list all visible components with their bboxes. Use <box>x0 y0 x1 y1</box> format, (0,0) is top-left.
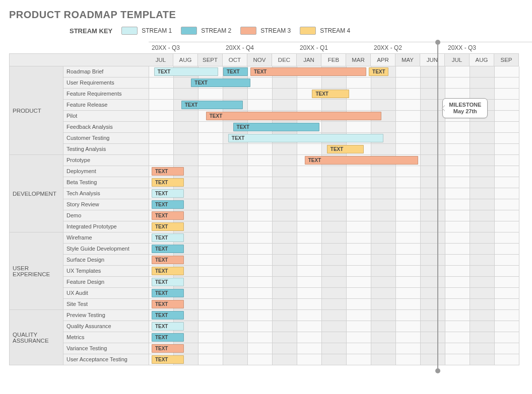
gantt-bar[interactable]: TEXT <box>152 278 184 286</box>
row-grid: TEXT <box>149 221 519 232</box>
gantt-bar[interactable]: TEXT <box>305 156 418 165</box>
row-grid: TEXT <box>149 166 519 177</box>
row-grid: TEXT <box>149 188 519 199</box>
row-label: Feature Requirements <box>63 89 149 100</box>
month-label: AUG <box>173 53 198 66</box>
gantt-bar[interactable]: TEXT <box>152 289 184 297</box>
month-label: AUG <box>470 53 494 66</box>
row-label: Beta Testing <box>63 177 149 188</box>
quarter-label: 20XX - Q3 <box>445 42 519 53</box>
gantt-bar[interactable]: TEXT <box>152 355 184 364</box>
row-grid: TEXT <box>149 255 519 266</box>
table-row: Feature DesignTEXT <box>63 277 532 288</box>
table-row: Style Guide DevelopmentTEXT <box>63 244 532 255</box>
legend-title: STREAM KEY <box>70 27 112 35</box>
group-label: USER EXPERIENCE <box>10 232 63 310</box>
table-row: Surface DesignTEXT <box>63 255 532 266</box>
gantt-bar[interactable]: TEXT <box>152 222 184 231</box>
milestone-dot-icon <box>435 368 440 373</box>
gantt-bar[interactable]: TEXT <box>312 90 349 98</box>
gantt-bar[interactable]: TEXT <box>152 189 184 198</box>
gantt-bar[interactable]: TEXT <box>152 178 184 187</box>
gantt-bar[interactable]: TEXT <box>152 267 184 275</box>
gantt-bar[interactable]: TEXT <box>152 322 184 331</box>
group-rows: PrototypeTEXTDeploymentTEXTBeta TestingT… <box>63 155 532 232</box>
table-row: UX AuditTEXT <box>63 288 532 299</box>
gantt-bar[interactable]: TEXT <box>152 200 184 209</box>
row-grid: TEXT <box>149 266 519 277</box>
row-grid: TEXT <box>149 199 519 210</box>
row-label: Deployment <box>63 166 149 177</box>
group-label: QUALITY ASSURANCE <box>10 310 63 365</box>
row-label: Demo <box>63 210 149 221</box>
gantt-bar[interactable]: TEXT <box>223 67 248 76</box>
gantt-bar[interactable]: TEXT <box>152 300 184 308</box>
row-label: Integrated Prototype <box>63 221 149 232</box>
milestone-date: May 27th <box>449 108 481 115</box>
row-grid: TEXT <box>149 77 519 89</box>
row-label: Variance Testing <box>63 343 149 354</box>
legend-swatch <box>181 27 197 35</box>
gantt-bar[interactable]: TEXT <box>228 134 384 142</box>
gantt-bar[interactable]: TEXT <box>250 67 366 76</box>
row-label: Wireframe <box>63 232 149 244</box>
quarter-label: 20XX - Q1 <box>297 42 371 53</box>
table-row: Feedback AnalysisTEXT <box>63 122 532 133</box>
gantt-bar[interactable]: TEXT <box>327 145 364 153</box>
group-rows: WireframeTEXTStyle Guide DevelopmentTEXT… <box>63 232 532 310</box>
group: DEVELOPMENTPrototypeTEXTDeploymentTEXTBe… <box>10 155 532 232</box>
row-grid: TEXTTEXTTEXTTEXT <box>149 66 519 77</box>
table-row: Variance TestingTEXT <box>63 343 532 354</box>
legend-item-1: STREAM 1 <box>121 27 172 35</box>
month-label: FEB <box>321 53 346 66</box>
page-title: PRODUCT ROADMAP TEMPLATE <box>9 9 532 21</box>
month-label: JUL <box>445 53 470 66</box>
table-row: DeploymentTEXT <box>63 166 532 177</box>
table-row: Story ReviewTEXT <box>63 199 532 210</box>
gantt-bar[interactable]: TEXT <box>152 211 184 220</box>
gantt-bar[interactable]: TEXT <box>191 78 250 87</box>
row-label: UX Templates <box>63 266 149 277</box>
gantt-bar[interactable]: TEXT <box>181 101 243 109</box>
group: QUALITY ASSURANCEPreview TestingTEXTQual… <box>10 310 532 365</box>
gantt-bar[interactable]: TEXT <box>154 67 218 76</box>
quarter-label: 20XX - Q4 <box>223 42 297 53</box>
quarter-header: 20XX - Q320XX - Q420XX - Q120XX - Q220XX… <box>149 42 532 53</box>
table-row: Customer TestingTEXT <box>63 133 532 144</box>
month-label: APR <box>371 53 395 66</box>
row-label: Tech Analysis <box>63 188 149 199</box>
table-row: PrototypeTEXT <box>63 155 532 166</box>
row-grid: TEXT <box>149 288 519 299</box>
gantt-bar[interactable]: TEXT <box>152 333 184 342</box>
gantt-bar[interactable]: TEXT <box>152 256 184 264</box>
row-label: User Acceptance Testing <box>63 354 149 365</box>
row-grid: TEXT <box>149 155 519 166</box>
month-label: SEPT <box>198 53 223 66</box>
month-label: JUL <box>149 53 173 66</box>
gantt-bar[interactable]: TEXT <box>152 233 184 242</box>
table-row: Testing AnalysisTEXT <box>63 144 532 155</box>
gantt-bar[interactable]: TEXT <box>152 311 184 320</box>
gantt-bar[interactable]: TEXT <box>369 67 388 76</box>
month-header: JULAUGSEPTOCTNOVDECJANFEBMARAPRMAYJUNJUL… <box>9 53 532 66</box>
gantt-bar[interactable]: TEXT <box>152 344 184 353</box>
gantt-bar[interactable]: TEXT <box>206 112 381 120</box>
row-label: Metrics <box>63 332 149 343</box>
table-row: Beta TestingTEXT <box>63 177 532 188</box>
group: USER EXPERIENCEWireframeTEXTStyle Guide … <box>10 232 532 310</box>
row-grid: TEXT <box>149 343 519 354</box>
legend: STREAM KEY STREAM 1STREAM 2STREAM 3STREA… <box>9 27 532 35</box>
milestone-line: MILESTONEMay 27th <box>437 42 438 371</box>
quarter-label: 20XX - Q2 <box>371 42 445 53</box>
gantt-bar[interactable]: TEXT <box>233 123 320 131</box>
row-grid: TEXT <box>149 177 519 188</box>
gantt-bar[interactable]: TEXT <box>152 245 184 253</box>
row-label: Feature Release <box>63 100 149 111</box>
row-grid: TEXT <box>149 299 519 310</box>
table-row: UX TemplatesTEXT <box>63 266 532 277</box>
table-row: MetricsTEXT <box>63 332 532 343</box>
gantt-bar[interactable]: TEXT <box>152 167 184 176</box>
row-grid: TEXT <box>149 354 519 365</box>
table-row: User Acceptance TestingTEXT <box>63 354 532 365</box>
row-label: UX Audit <box>63 288 149 299</box>
